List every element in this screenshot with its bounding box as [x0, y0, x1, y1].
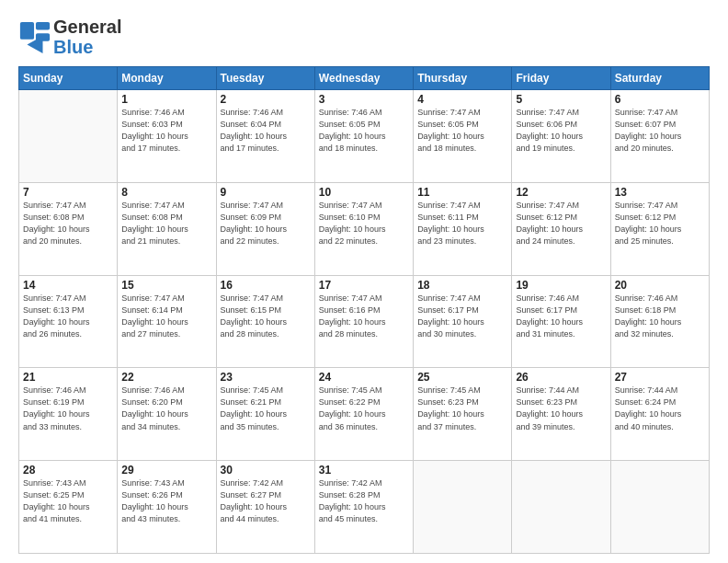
calendar-cell: 3Sunrise: 7:46 AMSunset: 6:05 PMDaylight… [314, 90, 413, 183]
day-header-thursday: Thursday [414, 67, 512, 90]
day-info: Sunrise: 7:47 AMSunset: 6:08 PMDaylight:… [121, 200, 211, 247]
day-number: 26 [516, 371, 606, 384]
day-number: 25 [417, 371, 507, 384]
svg-rect-1 [36, 22, 50, 30]
day-info: Sunrise: 7:47 AMSunset: 6:07 PMDaylight:… [615, 107, 705, 155]
day-info: Sunrise: 7:42 AMSunset: 6:28 PMDaylight:… [319, 477, 409, 525]
calendar-cell: 9Sunrise: 7:47 AMSunset: 6:09 PMDaylight… [216, 182, 314, 275]
calendar-cell: 7Sunrise: 7:47 AMSunset: 6:08 PMDaylight… [19, 182, 118, 275]
day-info: Sunrise: 7:47 AMSunset: 6:13 PMDaylight:… [23, 293, 113, 340]
day-number: 16 [221, 279, 311, 292]
calendar-cell: 24Sunrise: 7:45 AMSunset: 6:22 PMDayligh… [314, 368, 413, 461]
day-info: Sunrise: 7:47 AMSunset: 6:08 PMDaylight:… [23, 200, 113, 247]
calendar-cell [414, 461, 512, 554]
calendar-cell: 4Sunrise: 7:47 AMSunset: 6:05 PMDaylight… [414, 90, 512, 183]
day-number: 12 [516, 186, 606, 199]
day-number: 23 [221, 371, 311, 384]
day-number: 24 [319, 371, 409, 384]
day-number: 6 [615, 93, 705, 106]
calendar-cell: 18Sunrise: 7:47 AMSunset: 6:17 PMDayligh… [414, 275, 512, 368]
day-number: 14 [23, 279, 113, 292]
day-number: 30 [221, 464, 311, 477]
day-number: 4 [417, 93, 507, 106]
day-info: Sunrise: 7:45 AMSunset: 6:21 PMDaylight:… [221, 385, 311, 432]
calendar-cell: 21Sunrise: 7:46 AMSunset: 6:19 PMDayligh… [19, 368, 118, 461]
day-number: 5 [516, 93, 606, 106]
day-info: Sunrise: 7:45 AMSunset: 6:23 PMDaylight:… [417, 385, 507, 432]
day-number: 2 [221, 93, 311, 106]
day-info: Sunrise: 7:46 AMSunset: 6:20 PMDaylight:… [121, 385, 211, 432]
day-number: 22 [121, 371, 211, 384]
day-number: 21 [23, 371, 113, 384]
day-info: Sunrise: 7:46 AMSunset: 6:19 PMDaylight:… [23, 385, 113, 432]
calendar-cell: 12Sunrise: 7:47 AMSunset: 6:12 PMDayligh… [512, 182, 610, 275]
day-info: Sunrise: 7:47 AMSunset: 6:15 PMDaylight:… [221, 293, 311, 340]
calendar-cell: 8Sunrise: 7:47 AMSunset: 6:08 PMDaylight… [118, 182, 216, 275]
calendar-cell: 10Sunrise: 7:47 AMSunset: 6:10 PMDayligh… [314, 182, 413, 275]
day-info: Sunrise: 7:45 AMSunset: 6:22 PMDaylight:… [319, 385, 409, 432]
day-header-friday: Friday [512, 67, 610, 90]
calendar-cell: 22Sunrise: 7:46 AMSunset: 6:20 PMDayligh… [118, 368, 216, 461]
day-info: Sunrise: 7:43 AMSunset: 6:26 PMDaylight:… [121, 477, 211, 525]
day-number: 17 [319, 279, 409, 292]
calendar-cell: 16Sunrise: 7:47 AMSunset: 6:15 PMDayligh… [216, 275, 314, 368]
calendar-cell: 20Sunrise: 7:46 AMSunset: 6:18 PMDayligh… [610, 275, 709, 368]
day-number: 20 [615, 279, 705, 292]
logo-icon [18, 20, 51, 53]
calendar-cell [512, 461, 610, 554]
day-header-monday: Monday [118, 67, 216, 90]
calendar-cell: 29Sunrise: 7:43 AMSunset: 6:26 PMDayligh… [118, 461, 216, 554]
day-number: 27 [615, 371, 705, 384]
day-number: 1 [121, 93, 211, 106]
day-info: Sunrise: 7:46 AMSunset: 6:05 PMDaylight:… [319, 107, 409, 155]
day-header-wednesday: Wednesday [314, 67, 413, 90]
day-info: Sunrise: 7:47 AMSunset: 6:05 PMDaylight:… [417, 107, 507, 155]
day-info: Sunrise: 7:47 AMSunset: 6:11 PMDaylight:… [417, 200, 507, 247]
calendar-cell: 13Sunrise: 7:47 AMSunset: 6:12 PMDayligh… [610, 182, 709, 275]
day-info: Sunrise: 7:47 AMSunset: 6:09 PMDaylight:… [221, 200, 311, 247]
day-number: 28 [23, 464, 113, 477]
day-number: 29 [121, 464, 211, 477]
calendar-cell: 19Sunrise: 7:46 AMSunset: 6:17 PMDayligh… [512, 275, 610, 368]
day-info: Sunrise: 7:46 AMSunset: 6:18 PMDaylight:… [615, 293, 705, 340]
day-number: 15 [121, 279, 211, 292]
logo: General Blue [18, 17, 121, 57]
calendar-table: SundayMondayTuesdayWednesdayThursdayFrid… [18, 66, 710, 554]
calendar-cell: 27Sunrise: 7:44 AMSunset: 6:24 PMDayligh… [610, 368, 709, 461]
day-number: 10 [319, 186, 409, 199]
page: General Blue SundayMondayTuesdayWednesda… [0, 0, 728, 563]
calendar-cell: 5Sunrise: 7:47 AMSunset: 6:06 PMDaylight… [512, 90, 610, 183]
day-number: 9 [221, 186, 311, 199]
day-header-sunday: Sunday [19, 67, 118, 90]
day-info: Sunrise: 7:44 AMSunset: 6:23 PMDaylight:… [516, 385, 606, 432]
day-number: 11 [417, 186, 507, 199]
day-number: 7 [23, 186, 113, 199]
day-number: 3 [319, 93, 409, 106]
day-info: Sunrise: 7:47 AMSunset: 6:06 PMDaylight:… [516, 107, 606, 155]
day-info: Sunrise: 7:47 AMSunset: 6:14 PMDaylight:… [121, 293, 211, 340]
calendar-cell: 6Sunrise: 7:47 AMSunset: 6:07 PMDaylight… [610, 90, 709, 183]
day-info: Sunrise: 7:44 AMSunset: 6:24 PMDaylight:… [615, 385, 705, 432]
day-info: Sunrise: 7:43 AMSunset: 6:25 PMDaylight:… [23, 477, 113, 525]
day-header-tuesday: Tuesday [216, 67, 314, 90]
calendar-cell: 26Sunrise: 7:44 AMSunset: 6:23 PMDayligh… [512, 368, 610, 461]
calendar-cell: 1Sunrise: 7:46 AMSunset: 6:03 PMDaylight… [118, 90, 216, 183]
calendar-cell: 2Sunrise: 7:46 AMSunset: 6:04 PMDaylight… [216, 90, 314, 183]
calendar-cell: 25Sunrise: 7:45 AMSunset: 6:23 PMDayligh… [414, 368, 512, 461]
day-number: 19 [516, 279, 606, 292]
day-number: 31 [319, 464, 409, 477]
day-info: Sunrise: 7:47 AMSunset: 6:12 PMDaylight:… [615, 200, 705, 247]
svg-rect-0 [20, 22, 34, 40]
calendar-cell [19, 90, 118, 183]
calendar-cell: 15Sunrise: 7:47 AMSunset: 6:14 PMDayligh… [118, 275, 216, 368]
day-number: 13 [615, 186, 705, 199]
day-info: Sunrise: 7:46 AMSunset: 6:03 PMDaylight:… [121, 107, 211, 155]
day-info: Sunrise: 7:47 AMSunset: 6:12 PMDaylight:… [516, 200, 606, 247]
logo-text: General Blue [53, 17, 121, 57]
day-info: Sunrise: 7:47 AMSunset: 6:17 PMDaylight:… [417, 293, 507, 340]
calendar-cell [610, 461, 709, 554]
calendar-cell: 11Sunrise: 7:47 AMSunset: 6:11 PMDayligh… [414, 182, 512, 275]
calendar-cell: 30Sunrise: 7:42 AMSunset: 6:27 PMDayligh… [216, 461, 314, 554]
day-info: Sunrise: 7:46 AMSunset: 6:17 PMDaylight:… [516, 293, 606, 340]
calendar-cell: 28Sunrise: 7:43 AMSunset: 6:25 PMDayligh… [19, 461, 118, 554]
